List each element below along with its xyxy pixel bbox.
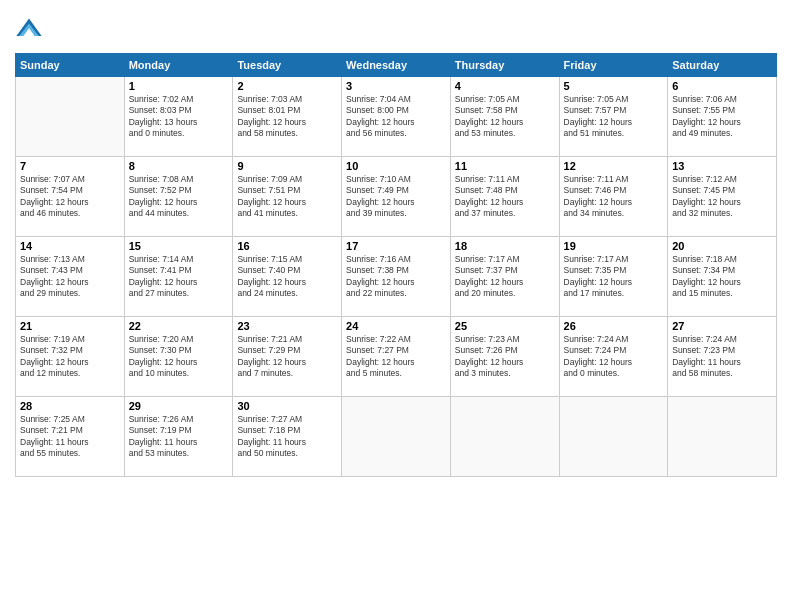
calendar-cell	[342, 397, 451, 477]
day-number: 30	[237, 400, 337, 412]
day-number: 5	[564, 80, 664, 92]
day-content: Sunrise: 7:24 AM Sunset: 7:23 PM Dayligh…	[672, 334, 772, 380]
day-content: Sunrise: 7:14 AM Sunset: 7:41 PM Dayligh…	[129, 254, 229, 300]
calendar-cell: 22Sunrise: 7:20 AM Sunset: 7:30 PM Dayli…	[124, 317, 233, 397]
day-content: Sunrise: 7:19 AM Sunset: 7:32 PM Dayligh…	[20, 334, 120, 380]
day-number: 11	[455, 160, 555, 172]
day-number: 4	[455, 80, 555, 92]
day-content: Sunrise: 7:02 AM Sunset: 8:03 PM Dayligh…	[129, 94, 229, 140]
day-number: 3	[346, 80, 446, 92]
day-content: Sunrise: 7:09 AM Sunset: 7:51 PM Dayligh…	[237, 174, 337, 220]
day-number: 7	[20, 160, 120, 172]
page: SundayMondayTuesdayWednesdayThursdayFrid…	[0, 0, 792, 612]
calendar-week-row: 14Sunrise: 7:13 AM Sunset: 7:43 PM Dayli…	[16, 237, 777, 317]
calendar-cell	[559, 397, 668, 477]
header	[15, 15, 777, 43]
calendar-cell: 13Sunrise: 7:12 AM Sunset: 7:45 PM Dayli…	[668, 157, 777, 237]
day-content: Sunrise: 7:26 AM Sunset: 7:19 PM Dayligh…	[129, 414, 229, 460]
day-number: 21	[20, 320, 120, 332]
calendar-cell	[668, 397, 777, 477]
day-content: Sunrise: 7:08 AM Sunset: 7:52 PM Dayligh…	[129, 174, 229, 220]
day-content: Sunrise: 7:04 AM Sunset: 8:00 PM Dayligh…	[346, 94, 446, 140]
day-number: 2	[237, 80, 337, 92]
day-number: 23	[237, 320, 337, 332]
calendar-cell: 1Sunrise: 7:02 AM Sunset: 8:03 PM Daylig…	[124, 77, 233, 157]
day-content: Sunrise: 7:27 AM Sunset: 7:18 PM Dayligh…	[237, 414, 337, 460]
calendar-cell: 26Sunrise: 7:24 AM Sunset: 7:24 PM Dayli…	[559, 317, 668, 397]
header-sunday: Sunday	[16, 54, 125, 77]
calendar-week-row: 1Sunrise: 7:02 AM Sunset: 8:03 PM Daylig…	[16, 77, 777, 157]
day-number: 17	[346, 240, 446, 252]
calendar-cell: 12Sunrise: 7:11 AM Sunset: 7:46 PM Dayli…	[559, 157, 668, 237]
day-number: 27	[672, 320, 772, 332]
calendar-cell	[16, 77, 125, 157]
header-tuesday: Tuesday	[233, 54, 342, 77]
day-number: 9	[237, 160, 337, 172]
calendar-cell: 21Sunrise: 7:19 AM Sunset: 7:32 PM Dayli…	[16, 317, 125, 397]
calendar-cell: 20Sunrise: 7:18 AM Sunset: 7:34 PM Dayli…	[668, 237, 777, 317]
calendar-cell: 28Sunrise: 7:25 AM Sunset: 7:21 PM Dayli…	[16, 397, 125, 477]
header-monday: Monday	[124, 54, 233, 77]
day-content: Sunrise: 7:05 AM Sunset: 7:57 PM Dayligh…	[564, 94, 664, 140]
day-content: Sunrise: 7:10 AM Sunset: 7:49 PM Dayligh…	[346, 174, 446, 220]
day-number: 12	[564, 160, 664, 172]
calendar-cell: 11Sunrise: 7:11 AM Sunset: 7:48 PM Dayli…	[450, 157, 559, 237]
day-content: Sunrise: 7:20 AM Sunset: 7:30 PM Dayligh…	[129, 334, 229, 380]
day-content: Sunrise: 7:03 AM Sunset: 8:01 PM Dayligh…	[237, 94, 337, 140]
calendar-cell: 30Sunrise: 7:27 AM Sunset: 7:18 PM Dayli…	[233, 397, 342, 477]
day-number: 13	[672, 160, 772, 172]
logo	[15, 15, 47, 43]
day-content: Sunrise: 7:15 AM Sunset: 7:40 PM Dayligh…	[237, 254, 337, 300]
calendar-cell: 3Sunrise: 7:04 AM Sunset: 8:00 PM Daylig…	[342, 77, 451, 157]
header-wednesday: Wednesday	[342, 54, 451, 77]
calendar-cell: 27Sunrise: 7:24 AM Sunset: 7:23 PM Dayli…	[668, 317, 777, 397]
calendar-cell: 7Sunrise: 7:07 AM Sunset: 7:54 PM Daylig…	[16, 157, 125, 237]
calendar-cell: 8Sunrise: 7:08 AM Sunset: 7:52 PM Daylig…	[124, 157, 233, 237]
header-thursday: Thursday	[450, 54, 559, 77]
calendar-cell: 17Sunrise: 7:16 AM Sunset: 7:38 PM Dayli…	[342, 237, 451, 317]
day-number: 20	[672, 240, 772, 252]
day-number: 6	[672, 80, 772, 92]
calendar-cell: 24Sunrise: 7:22 AM Sunset: 7:27 PM Dayli…	[342, 317, 451, 397]
calendar-cell: 10Sunrise: 7:10 AM Sunset: 7:49 PM Dayli…	[342, 157, 451, 237]
day-number: 22	[129, 320, 229, 332]
calendar-cell: 9Sunrise: 7:09 AM Sunset: 7:51 PM Daylig…	[233, 157, 342, 237]
calendar-cell: 5Sunrise: 7:05 AM Sunset: 7:57 PM Daylig…	[559, 77, 668, 157]
calendar-cell: 4Sunrise: 7:05 AM Sunset: 7:58 PM Daylig…	[450, 77, 559, 157]
day-number: 18	[455, 240, 555, 252]
day-content: Sunrise: 7:17 AM Sunset: 7:35 PM Dayligh…	[564, 254, 664, 300]
calendar-header-row: SundayMondayTuesdayWednesdayThursdayFrid…	[16, 54, 777, 77]
logo-icon	[15, 15, 43, 43]
day-content: Sunrise: 7:06 AM Sunset: 7:55 PM Dayligh…	[672, 94, 772, 140]
calendar-cell: 6Sunrise: 7:06 AM Sunset: 7:55 PM Daylig…	[668, 77, 777, 157]
day-content: Sunrise: 7:18 AM Sunset: 7:34 PM Dayligh…	[672, 254, 772, 300]
calendar-cell: 23Sunrise: 7:21 AM Sunset: 7:29 PM Dayli…	[233, 317, 342, 397]
day-content: Sunrise: 7:07 AM Sunset: 7:54 PM Dayligh…	[20, 174, 120, 220]
day-content: Sunrise: 7:24 AM Sunset: 7:24 PM Dayligh…	[564, 334, 664, 380]
day-content: Sunrise: 7:11 AM Sunset: 7:48 PM Dayligh…	[455, 174, 555, 220]
day-number: 28	[20, 400, 120, 412]
day-number: 14	[20, 240, 120, 252]
day-content: Sunrise: 7:25 AM Sunset: 7:21 PM Dayligh…	[20, 414, 120, 460]
day-number: 29	[129, 400, 229, 412]
calendar-cell: 29Sunrise: 7:26 AM Sunset: 7:19 PM Dayli…	[124, 397, 233, 477]
day-number: 24	[346, 320, 446, 332]
day-content: Sunrise: 7:21 AM Sunset: 7:29 PM Dayligh…	[237, 334, 337, 380]
calendar-table: SundayMondayTuesdayWednesdayThursdayFrid…	[15, 53, 777, 477]
calendar-cell: 15Sunrise: 7:14 AM Sunset: 7:41 PM Dayli…	[124, 237, 233, 317]
day-content: Sunrise: 7:12 AM Sunset: 7:45 PM Dayligh…	[672, 174, 772, 220]
calendar-cell: 16Sunrise: 7:15 AM Sunset: 7:40 PM Dayli…	[233, 237, 342, 317]
calendar-cell: 2Sunrise: 7:03 AM Sunset: 8:01 PM Daylig…	[233, 77, 342, 157]
day-content: Sunrise: 7:22 AM Sunset: 7:27 PM Dayligh…	[346, 334, 446, 380]
calendar-week-row: 28Sunrise: 7:25 AM Sunset: 7:21 PM Dayli…	[16, 397, 777, 477]
header-friday: Friday	[559, 54, 668, 77]
day-number: 25	[455, 320, 555, 332]
calendar-week-row: 7Sunrise: 7:07 AM Sunset: 7:54 PM Daylig…	[16, 157, 777, 237]
day-number: 10	[346, 160, 446, 172]
calendar-cell: 25Sunrise: 7:23 AM Sunset: 7:26 PM Dayli…	[450, 317, 559, 397]
day-content: Sunrise: 7:13 AM Sunset: 7:43 PM Dayligh…	[20, 254, 120, 300]
day-content: Sunrise: 7:23 AM Sunset: 7:26 PM Dayligh…	[455, 334, 555, 380]
calendar-cell: 19Sunrise: 7:17 AM Sunset: 7:35 PM Dayli…	[559, 237, 668, 317]
day-content: Sunrise: 7:16 AM Sunset: 7:38 PM Dayligh…	[346, 254, 446, 300]
calendar-cell: 18Sunrise: 7:17 AM Sunset: 7:37 PM Dayli…	[450, 237, 559, 317]
